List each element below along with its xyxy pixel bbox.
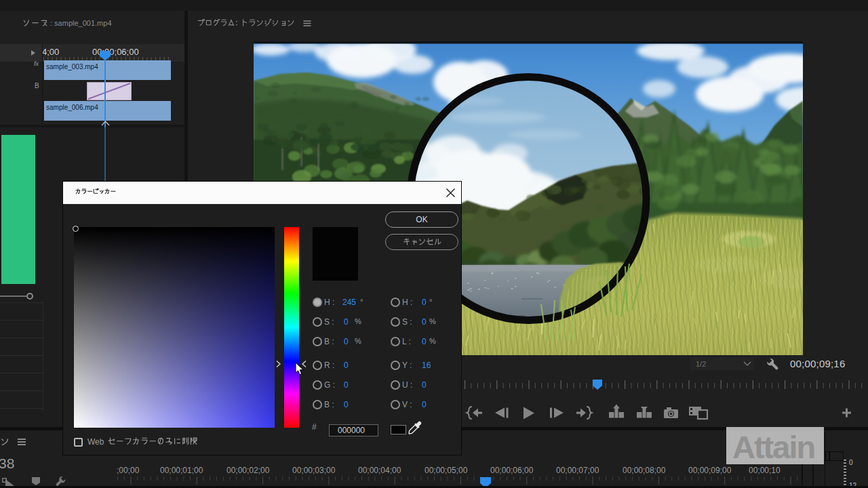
svg-text:0: 0: [849, 459, 853, 466]
